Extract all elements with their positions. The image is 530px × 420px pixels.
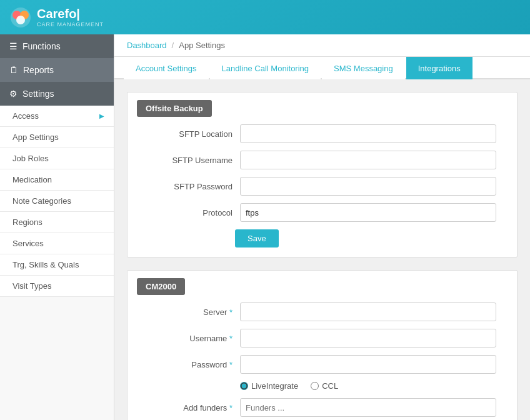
funders-input[interactable] [240, 398, 496, 417]
logo-text-container: Carefo| CARE MANAGEMENT [37, 7, 104, 28]
sftp-location-input[interactable] [240, 124, 496, 143]
liveintegrate-label: LiveIntegrate [251, 381, 298, 391]
sidebar-item-note-categories[interactable]: Note Categories [0, 191, 114, 212]
sidebar-settings-label: Settings [22, 89, 54, 99]
sidebar-reports-label: Reports [23, 65, 54, 75]
sftp-username-group: SFTP Username [128, 151, 517, 169]
breadcrumb-separator: / [172, 41, 174, 50]
reports-icon: 🗒 [9, 65, 18, 75]
functions-icon: ☰ [9, 41, 18, 51]
layout: ☰ Functions 🗒 Reports ⚙ Settings Access … [0, 34, 530, 420]
sidebar-item-settings[interactable]: ⚙ Settings [0, 82, 114, 106]
password-label: Password [140, 360, 240, 369]
sidebar-item-reports[interactable]: 🗒 Reports [0, 58, 114, 82]
cm2000-header: CM2000 [137, 278, 185, 295]
header: Carefo| CARE MANAGEMENT [0, 0, 530, 34]
logo-icon [9, 6, 32, 29]
tab-landline-call-monitoring[interactable]: Landline Call Monitoring [210, 57, 321, 79]
sftp-username-input[interactable] [240, 151, 496, 169]
app-settings-label: App Settings [12, 132, 59, 142]
tab-sms-messaging[interactable]: SMS Messaging [322, 57, 405, 79]
username-group: Username [128, 329, 517, 348]
sidebar-item-services[interactable]: Services [0, 233, 114, 254]
tab-integrations[interactable]: Integrations [406, 57, 472, 79]
main-content: Dashboard / App Settings Account Setting… [114, 34, 530, 420]
settings-icon: ⚙ [9, 89, 18, 99]
visit-types-label: Visit Types [12, 281, 51, 291]
regions-label: Regions [12, 218, 42, 227]
radio-group: LiveIntegrate CCL [128, 381, 517, 391]
password-group: Password [128, 355, 517, 374]
liveintegrate-option[interactable]: LiveIntegrate [240, 381, 298, 391]
offsite-backup-section: Offsite Backup SFTP Location SFTP Userna… [127, 92, 518, 258]
sftp-username-label: SFTP Username [140, 156, 240, 165]
offsite-backup-header: Offsite Backup [137, 100, 212, 117]
sidebar-item-functions[interactable]: ☰ Functions [0, 34, 114, 58]
protocol-input[interactable] [240, 203, 496, 222]
sidebar-item-medication[interactable]: Medication [0, 169, 114, 191]
radio-options: LiveIntegrate CCL [240, 381, 338, 391]
logo-subtitle: CARE MANAGEMENT [37, 21, 104, 28]
logo: Carefo| CARE MANAGEMENT [9, 6, 104, 29]
username-label: Username [140, 334, 240, 343]
server-input[interactable] [240, 302, 496, 321]
access-label: Access [12, 111, 39, 121]
sidebar-item-regions[interactable]: Regions [0, 212, 114, 233]
sidebar-item-app-settings[interactable]: App Settings [0, 127, 114, 148]
content-area: Offsite Backup SFTP Location SFTP Userna… [114, 79, 530, 420]
sidebar-item-job-roles[interactable]: Job Roles [0, 148, 114, 169]
note-categories-label: Note Categories [12, 196, 71, 206]
sftp-password-input[interactable] [240, 177, 496, 196]
breadcrumb: Dashboard / App Settings [114, 34, 530, 57]
sftp-password-group: SFTP Password [128, 177, 517, 196]
ccl-option[interactable]: CCL [311, 381, 338, 391]
breadcrumb-current: App Settings [179, 41, 225, 50]
sidebar: ☰ Functions 🗒 Reports ⚙ Settings Access … [0, 34, 114, 420]
job-roles-label: Job Roles [12, 154, 49, 163]
protocol-group: Protocol [128, 203, 517, 222]
sidebar-functions-label: Functions [22, 41, 61, 51]
chevron-right-icon: ▶ [99, 112, 104, 119]
server-label: Server [140, 308, 240, 317]
liveintegrate-radio[interactable] [240, 382, 248, 390]
protocol-label: Protocol [140, 208, 240, 218]
trg-skills-label: Trg, Skills & Quals [12, 260, 79, 269]
sftp-password-label: SFTP Password [140, 182, 240, 191]
sidebar-item-trg-skills[interactable]: Trg, Skills & Quals [0, 254, 114, 276]
services-label: Services [12, 239, 44, 248]
username-input[interactable] [240, 329, 496, 348]
tab-account-settings[interactable]: Account Settings [124, 57, 209, 79]
sftp-location-group: SFTP Location [128, 124, 517, 143]
funders-label: Add funders [140, 403, 240, 412]
cm2000-section: CM2000 Server Username Password [127, 270, 518, 420]
medication-label: Medication [12, 175, 52, 184]
logo-title: Carefo| [37, 7, 80, 21]
breadcrumb-home[interactable]: Dashboard [127, 41, 167, 50]
ccl-label: CCL [322, 381, 338, 391]
funders-group: Add funders [128, 398, 517, 417]
server-group: Server [128, 302, 517, 321]
password-input[interactable] [240, 355, 496, 374]
tabs-container: Account Settings Landline Call Monitorin… [114, 57, 530, 79]
sftp-location-label: SFTP Location [140, 129, 240, 139]
offsite-backup-save-button[interactable]: Save [235, 229, 279, 248]
svg-point-3 [16, 16, 25, 24]
ccl-radio[interactable] [311, 382, 319, 390]
sidebar-item-visit-types[interactable]: Visit Types [0, 276, 114, 297]
sidebar-item-access[interactable]: Access ▶ [0, 106, 114, 127]
